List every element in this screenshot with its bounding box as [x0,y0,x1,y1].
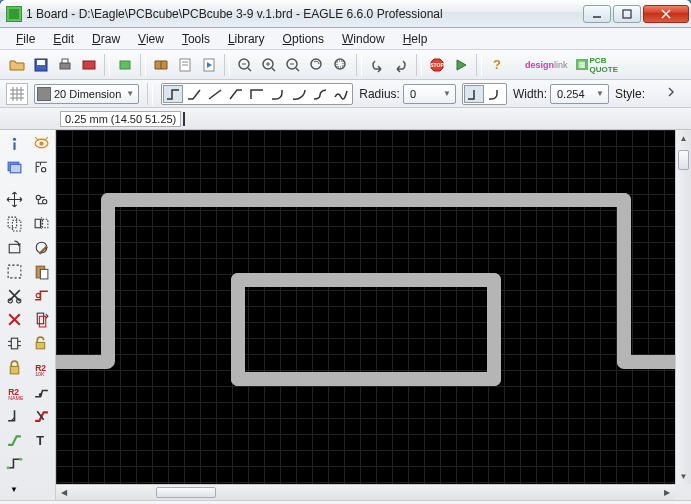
wire-bend-1[interactable] [184,85,204,103]
zoom-redraw-icon[interactable] [306,54,328,76]
group-icon[interactable] [2,260,26,282]
params-overflow-icon[interactable] [663,83,685,105]
menu-options[interactable]: Options [275,30,332,48]
delete-icon[interactable] [2,308,26,330]
run-icon[interactable] [198,54,220,76]
library-icon[interactable] [150,54,172,76]
pcb-wire [231,273,245,386]
paste-icon[interactable] [30,260,54,282]
undo-icon[interactable] [366,54,388,76]
minimize-button[interactable] [583,5,611,23]
svg-text:10K: 10K [35,371,45,376]
scroll-right-icon[interactable]: ▶ [659,485,675,500]
layer-color-swatch [37,87,51,101]
scroll-down-icon[interactable]: ▼ [676,468,691,484]
wire-bend-0[interactable] [163,85,183,103]
vertical-scrollbar[interactable]: ▲ ▼ [675,130,691,484]
pcbquote-icon[interactable]: ▦PCBQUOTE [573,54,621,76]
scroll-thumb[interactable] [156,487,216,498]
wire-bend-2[interactable] [205,85,225,103]
command-input[interactable] [183,112,691,126]
change-icon[interactable] [30,236,54,258]
designlink-icon[interactable]: designlink [522,54,571,76]
script-icon[interactable] [174,54,196,76]
info-icon[interactable] [2,132,26,154]
grid-icon[interactable] [6,83,28,105]
route-icon[interactable] [2,428,26,450]
mark-icon[interactable] [30,156,54,178]
move-icon[interactable] [2,188,26,210]
wire-bend-free[interactable] [331,85,351,103]
help-icon[interactable]: ? [486,54,508,76]
window-title: 1 Board - D:\Eagle\PCBcube\PCBcube 3-9 v… [26,7,583,21]
pcb-wire [617,355,675,369]
svg-rect-43 [9,244,20,253]
svg-point-25 [311,59,321,69]
layer-select[interactable]: 20 Dimension ▼ [34,84,139,104]
cut-icon[interactable] [2,284,26,306]
miter-straight-icon[interactable] [464,85,484,103]
mirror-icon[interactable] [30,212,54,234]
menu-draw[interactable]: Draw [84,30,128,48]
overflow-down-icon[interactable]: ▼ [2,478,26,500]
radius-select[interactable]: 0 ▼ [403,84,456,104]
show-icon[interactable] [30,132,54,154]
svg-rect-38 [13,142,15,149]
menu-view[interactable]: View [130,30,172,48]
zoom-fit-icon[interactable] [234,54,256,76]
add-icon[interactable] [2,332,26,354]
zoom-select-icon[interactable] [330,54,352,76]
redo-icon[interactable] [390,54,412,76]
width-select[interactable]: 0.254 ▼ [550,84,609,104]
text-icon[interactable]: T [30,428,54,450]
rotate-icon[interactable] [2,236,26,258]
canvas[interactable] [56,130,675,484]
menu-library[interactable]: Library [220,30,273,48]
scroll-left-icon[interactable]: ◀ [56,485,72,500]
maximize-button[interactable] [613,5,641,23]
horizontal-scrollbar[interactable]: ◀ ▶ [56,484,675,500]
replace-icon[interactable] [30,308,54,330]
go-icon[interactable] [450,54,472,76]
menu-edit[interactable]: Edit [45,30,82,48]
menu-help[interactable]: Help [395,30,436,48]
optimize-icon[interactable] [30,284,54,306]
cam-icon[interactable] [78,54,100,76]
copy-icon[interactable] [2,212,26,234]
miter-tool-icon[interactable] [2,404,26,426]
lock-icon[interactable] [2,356,26,378]
pinswap-icon[interactable] [30,188,54,210]
layers-icon[interactable] [2,156,26,178]
zoom-in-icon[interactable] [258,54,280,76]
ripup-icon[interactable] [30,404,54,426]
wire-bend-arc2[interactable] [289,85,309,103]
svg-line-23 [296,68,299,71]
wire-bend-4[interactable] [247,85,267,103]
wire-icon[interactable] [2,452,26,474]
split-icon[interactable] [30,380,54,402]
wire-bend-3[interactable] [226,85,246,103]
menu-file[interactable]: File [8,30,43,48]
menu-window[interactable]: Window [334,30,393,48]
svg-marker-30 [457,60,466,70]
value-icon[interactable]: R210K [30,356,54,378]
stop-icon[interactable]: STOP [426,54,448,76]
smash-icon[interactable] [30,332,54,354]
open-icon[interactable] [6,54,28,76]
board-icon[interactable] [114,54,136,76]
wire-bend-arc3[interactable] [310,85,330,103]
scroll-corner [675,484,691,500]
print-icon[interactable] [54,54,76,76]
left-toolbar-2: R210K T [28,130,56,500]
save-icon[interactable] [30,54,52,76]
scroll-thumb[interactable] [678,150,689,170]
miter-round-icon[interactable] [485,85,505,103]
chevron-down-icon: ▼ [594,89,606,98]
menu-tools[interactable]: Tools [174,30,218,48]
scroll-up-icon[interactable]: ▲ [676,130,691,146]
name-icon[interactable]: R2NAME [2,380,26,402]
separator [416,54,422,76]
close-button[interactable] [643,5,689,23]
zoom-out-icon[interactable] [282,54,304,76]
wire-bend-arc1[interactable] [268,85,288,103]
